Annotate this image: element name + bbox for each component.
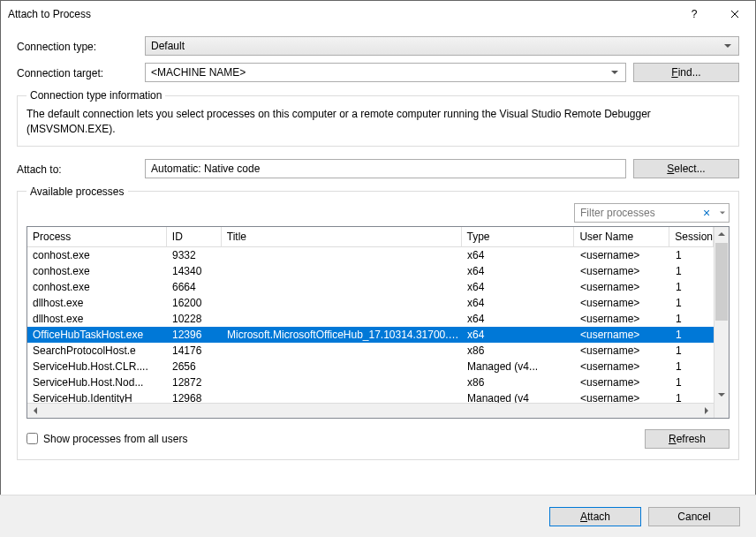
table-row[interactable]: conhost.exe14340x64<username>1 [27, 263, 714, 279]
cell: <username> [575, 313, 670, 325]
cell: 1 [670, 360, 714, 373]
cell: 6664 [167, 281, 222, 293]
connection-info-text: The default connection lets you select p… [26, 107, 730, 137]
vertical-scrollbar[interactable] [714, 227, 729, 418]
cell: x64 [462, 249, 575, 261]
window-title: Attach to Process [8, 8, 674, 20]
cell: x64 [462, 313, 575, 325]
connection-target-label: Connection target: [17, 65, 145, 79]
available-processes-legend: Available processes [26, 185, 128, 198]
cancel-button[interactable]: Cancel [648, 507, 740, 526]
cell: x64 [462, 297, 575, 309]
table-row[interactable]: dllhost.exe10228x64<username>1 [27, 311, 714, 327]
cell: 2656 [167, 360, 222, 373]
scroll-down-icon[interactable] [714, 388, 729, 403]
cell: 1 [670, 249, 714, 261]
connection-type-dropdown[interactable]: Default [145, 36, 739, 56]
cell: dllhost.exe [27, 297, 167, 309]
cell: Microsoft.MicrosoftOfficeHub_17.10314.31… [222, 329, 462, 341]
connection-target-value: <MACHINE NAME> [151, 66, 246, 79]
refresh-button[interactable]: Refresh [645, 429, 730, 449]
help-button[interactable]: ? [674, 1, 714, 27]
cell: conhost.exe [27, 281, 167, 293]
attach-to-value: Automatic: Native code [151, 163, 260, 175]
col-id[interactable]: ID [167, 227, 222, 247]
connection-info-legend: Connection type information [26, 89, 165, 102]
scroll-left-icon[interactable] [27, 404, 42, 418]
clear-filter-icon[interactable]: × [700, 204, 713, 222]
cell: <username> [575, 249, 670, 261]
select-button[interactable]: Select... [633, 159, 739, 178]
cell: 1 [670, 265, 714, 277]
scroll-thumb[interactable] [715, 243, 728, 321]
scroll-up-icon[interactable] [714, 227, 729, 242]
cell: 1 [670, 344, 714, 357]
cell: <username> [575, 297, 670, 309]
filter-input[interactable]: Filter processes × [574, 203, 730, 223]
cell: SearchProtocolHost.e [27, 344, 167, 357]
scroll-right-icon[interactable] [699, 404, 714, 418]
table-row[interactable]: conhost.exe9332x64<username>1 [27, 247, 714, 263]
cell: 16200 [167, 297, 222, 309]
table-row[interactable]: SearchProtocolHost.e14176x86<username>1 [27, 343, 714, 359]
cell: conhost.exe [27, 249, 167, 261]
connection-type-label: Connection type: [17, 39, 145, 53]
process-table: Process ID Title Type User Name Session … [26, 226, 730, 419]
cell: 14176 [167, 344, 222, 357]
connection-target-input[interactable]: <MACHINE NAME> [145, 63, 626, 82]
col-type[interactable]: Type [462, 227, 575, 247]
cell: OfficeHubTaskHost.exe [27, 329, 167, 341]
cell: ServiceHub.Host.Nod... [27, 376, 167, 389]
cell: <username> [575, 360, 670, 373]
cell: x64 [462, 265, 575, 277]
attach-to-label: Attach to: [17, 162, 145, 176]
cell: dllhost.exe [27, 313, 167, 325]
col-session[interactable]: Session [669, 227, 714, 247]
filter-placeholder: Filter processes [580, 207, 655, 219]
connection-info-group: Connection type information The default … [17, 89, 739, 147]
close-button[interactable] [714, 1, 755, 27]
cell: 12396 [167, 329, 222, 341]
horizontal-scrollbar[interactable] [27, 403, 714, 418]
col-title[interactable]: Title [222, 227, 462, 247]
titlebar: Attach to Process ? [1, 1, 755, 27]
col-process[interactable]: Process [27, 227, 167, 247]
dialog-button-bar: Attach Cancel [0, 495, 756, 537]
cell: 1 [670, 376, 714, 389]
table-row[interactable]: OfficeHubTaskHost.exe12396Microsoft.Micr… [27, 327, 714, 343]
filter-dropdown-icon[interactable] [720, 211, 725, 214]
cell: conhost.exe [27, 265, 167, 277]
cell: ServiceHub.Host.CLR.... [27, 360, 167, 373]
cell: 1 [670, 281, 714, 293]
attach-button[interactable]: Attach [549, 507, 641, 526]
cell: Managed (v4... [462, 360, 575, 373]
find-button[interactable]: Find... [633, 63, 739, 82]
available-processes-group: Available processes Filter processes × P… [17, 185, 739, 460]
table-row[interactable]: dllhost.exe16200x64<username>1 [27, 295, 714, 311]
cell: 1 [670, 297, 714, 309]
cell: x64 [462, 281, 575, 293]
table-row[interactable]: ServiceHub.Host.CLR....2656Managed (v4..… [27, 359, 714, 374]
cell: 1 [670, 329, 714, 341]
table-row[interactable]: ServiceHub.Host.Nod...12872x86<username>… [27, 374, 714, 390]
cell: x64 [462, 329, 575, 341]
cell: 1 [670, 313, 714, 325]
cell: <username> [575, 281, 670, 293]
col-user[interactable]: User Name [574, 227, 669, 247]
cell: <username> [575, 344, 670, 357]
cell: 12872 [167, 376, 222, 389]
cell: x86 [462, 344, 575, 357]
connection-type-value: Default [151, 40, 185, 52]
cell: <username> [575, 329, 670, 341]
cell: <username> [575, 376, 670, 389]
show-all-users-checkbox[interactable] [26, 433, 38, 444]
table-row[interactable]: conhost.exe6664x64<username>1 [27, 279, 714, 295]
cell: 14340 [167, 265, 222, 277]
cell: 10228 [167, 313, 222, 325]
cell: 9332 [167, 249, 222, 261]
attach-to-field: Automatic: Native code [145, 159, 626, 178]
show-all-users-label: Show processes from all users [43, 433, 187, 445]
cell: x86 [462, 376, 575, 389]
cell: <username> [575, 265, 670, 277]
